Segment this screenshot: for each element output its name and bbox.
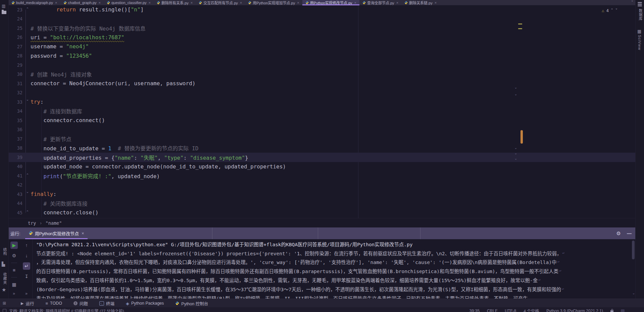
close-icon[interactable]: × [354, 1, 356, 5]
tool-window-button-python-packages[interactable]: ◈Python Packages [126, 301, 164, 306]
breadcrumb-item-try[interactable]: try [28, 220, 36, 226]
down-stack-trace-icon[interactable]: ↓ [23, 252, 30, 259]
rerun-button[interactable]: ▶ [10, 242, 18, 249]
notifications-icon[interactable] [621, 309, 625, 312]
favorites-tool-button[interactable]: 收藏夹 [2, 272, 7, 284]
close-icon[interactable]: × [99, 1, 101, 5]
tool-window-button-terminal[interactable]: ›_终端 [99, 300, 114, 307]
editor-tab[interactable]: 用Python实现增加节点.py× [245, 0, 302, 5]
code-line[interactable]: 27username = "neo4j" [8, 42, 636, 51]
structure-tool-button[interactable]: 结构 [2, 248, 7, 256]
close-icon[interactable]: × [191, 1, 193, 5]
code-line[interactable]: 33ˇtry: [8, 97, 636, 107]
prev-warning-icon[interactable]: ˆ [611, 8, 613, 13]
close-icon[interactable]: × [297, 1, 299, 5]
breadcrumb-item-name[interactable]: "name" [46, 220, 62, 226]
more-actions-icon[interactable]: » [13, 291, 15, 296]
code-line[interactable]: 35 connector.connect() [8, 116, 636, 125]
database-icon[interactable] [638, 2, 642, 3]
soft-wrap-toggle[interactable]: ↵ [23, 262, 30, 270]
code-line[interactable]: 37 # 更新节点 [8, 134, 636, 144]
fold-marker-icon[interactable]: ˇ [24, 193, 31, 196]
code-line[interactable]: 29 [8, 60, 636, 70]
scrollbar-thumb[interactable] [521, 130, 523, 144]
close-icon[interactable]: × [55, 1, 57, 5]
restore-layout-icon[interactable]: ▦ [10, 281, 18, 288]
gear-icon[interactable]: ⚙ [616, 230, 621, 237]
close-icon[interactable]: × [149, 1, 151, 5]
error-stripe-mark[interactable] [518, 28, 522, 29]
code-line[interactable]: 45ˆ connector.close() [8, 208, 636, 217]
star-icon[interactable]: ★ [2, 288, 6, 292]
code-editor[interactable]: 23ˆ return result.single()["n"]2425# 替换以… [8, 5, 636, 218]
fold-marker-icon[interactable]: ˆ [24, 8, 31, 11]
run-config-tab[interactable]: 用Python实现修改节点 × [25, 227, 88, 239]
database-tool-button[interactable]: 数据库 [638, 9, 643, 21]
status-message-area[interactable]: 文档: 翻译文档失败: 网络连接超时 // 切换翻译引擎 (27 分钟之前) [0, 307, 124, 312]
editor-tab[interactable]: 用Python实现修改节点.py× [302, 0, 359, 5]
tab-overflow-chevron-icon[interactable]: ˇ [629, 0, 636, 5]
code-line[interactable]: 36 [8, 125, 636, 135]
project-folder-icon[interactable] [2, 11, 6, 14]
sciview-tool-button[interactable]: SciView [638, 35, 642, 50]
code-line[interactable]: 42 [8, 180, 636, 190]
tab-label: 删除所有关系.py [161, 0, 189, 5]
sciview-grid-icon[interactable]: ▦ [637, 30, 641, 34]
interpreter[interactable]: Python 3.9 (PyCharm 2021.2.1) [546, 309, 603, 312]
code-line[interactable]: 26uri = "bolt://localhost:7687" [8, 33, 636, 42]
up-stack-trace-icon[interactable]: ↑ [23, 242, 30, 249]
close-icon[interactable]: × [240, 1, 242, 5]
close-icon[interactable]: × [435, 1, 437, 5]
tool-window-button-python-console[interactable]: Python 控制台 [175, 300, 208, 307]
code-line[interactable]: 32 [8, 88, 636, 98]
editor-tab[interactable]: 交互匹配所有节点.py× [196, 0, 245, 5]
fold-marker-icon[interactable]: ˇ [24, 100, 31, 104]
code-line[interactable]: 39 updated_properties = {"name": "失眠", "… [8, 153, 636, 162]
settings-wrench-icon[interactable]: ⚙ [10, 252, 18, 259]
code-line[interactable]: 38 node_id_to_update = 1 # 替换为要更新的节点的实际 … [8, 144, 636, 153]
code-line[interactable]: 43ˇfinally: [8, 190, 636, 199]
code-line[interactable]: 30# 创建 Neo4j 连接对象 [8, 70, 636, 79]
bookmark-icon[interactable]: ▥ [2, 4, 5, 8]
editor-tab[interactable]: 查询全部节点.py× [359, 0, 401, 5]
code-line[interactable]: 25# 替换以下变量为你的实际 Neo4j 数据库信息 [8, 23, 636, 33]
line-separator[interactable]: CRLF [487, 309, 497, 312]
lock-icon[interactable] [610, 310, 613, 312]
close-icon[interactable]: × [82, 231, 84, 236]
close-icon[interactable]: × [396, 1, 398, 5]
code-line[interactable]: 41ˆ print("节点更新完成! :", updated_node) [8, 171, 636, 180]
code-line[interactable]: 28password = "123456" [8, 51, 636, 61]
inspections-widget[interactable]: ⚠ 4 ˆ ˇ [602, 8, 618, 13]
run-console[interactable]: ▶ ⚙ ■ ▦ » ↑ ↓ ↵ ↧ » "D:\PyCharm 2021.2.1… [8, 239, 636, 299]
indent-setting[interactable]: 4 个空格 [524, 308, 539, 312]
code-line[interactable]: 44 # 关闭数据库连接 [8, 199, 636, 208]
console-scrollbar[interactable] [632, 241, 635, 259]
file-encoding[interactable]: UTF-8 [505, 309, 516, 312]
fold-marker-icon[interactable]: ˆ [24, 174, 31, 177]
console-output[interactable]: "D:\PyCharm 2021.2.1\venv\Scripts\python… [36, 240, 631, 299]
code-line[interactable]: 40 updated_node = connector.update_node(… [8, 162, 636, 171]
editor-tab[interactable]: 删除关系链.py× [401, 0, 440, 5]
stop-button[interactable]: ■ [10, 266, 18, 274]
more-actions-icon[interactable]: » [25, 291, 28, 296]
minimize-icon[interactable]: — [627, 231, 632, 236]
code-line[interactable]: 34 # 连接到数据库 [8, 107, 636, 116]
editor-tab[interactable]: chatbot_graph.py× [60, 0, 104, 5]
code-line[interactable]: 23ˆ return result.single()["n"] [8, 5, 636, 14]
editor-tab[interactable]: question_classifier.py× [104, 0, 154, 5]
fold-marker-icon[interactable]: ˆ [24, 211, 31, 214]
scroll-to-end-icon[interactable]: ↧ [23, 273, 30, 280]
editor-tab[interactable]: 删除所有关系.py× [154, 0, 196, 5]
next-warning-icon[interactable]: ˇ [615, 8, 617, 13]
tool-window-button-todo[interactable]: ≡TODO [45, 301, 62, 306]
chevron-down-icon[interactable]: ˇ [633, 293, 634, 298]
error-stripe-mark[interactable] [518, 23, 522, 24]
code-line[interactable]: 31connector = Neo4jConnector(uri, userna… [8, 79, 636, 88]
caret-position[interactable]: 39:35 [469, 309, 480, 312]
tool-window-button-run[interactable]: ▶运行 [21, 300, 34, 307]
structure-icon[interactable]: ▙ [2, 262, 5, 266]
editor-tab[interactable]: build_medicalgraph.py× [8, 0, 60, 5]
code-line[interactable]: 24 [8, 14, 636, 24]
tool-window-button-problems[interactable]: !问题 [73, 300, 88, 307]
window-icon[interactable]: ⊞ [3, 301, 6, 306]
